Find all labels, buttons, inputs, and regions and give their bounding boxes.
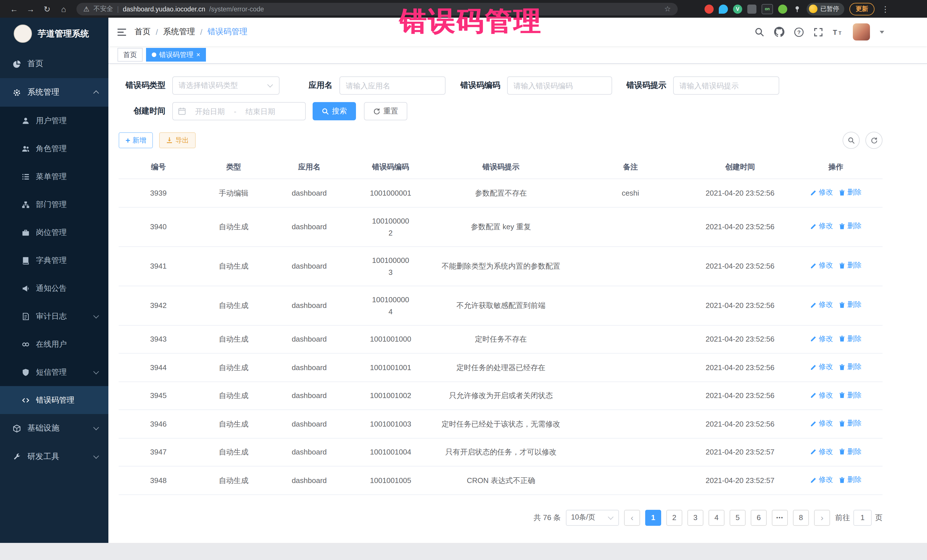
page-button-2[interactable]: 2 <box>666 510 682 525</box>
font-size-icon[interactable]: TT <box>833 27 843 37</box>
github-icon[interactable] <box>774 27 784 37</box>
delete-button[interactable]: 删除 <box>839 187 862 199</box>
edit-button[interactable]: 修改 <box>810 446 833 458</box>
sidebar-item-user-management[interactable]: 用户管理 <box>0 107 108 135</box>
error-code-input[interactable] <box>507 76 612 95</box>
sidebar-item-post-management[interactable]: 岗位管理 <box>0 219 108 246</box>
edit-button[interactable]: 修改 <box>810 389 833 401</box>
error-hint-input[interactable] <box>673 76 779 95</box>
delete-button[interactable]: 删除 <box>839 417 862 429</box>
page-button-1[interactable]: 1 <box>645 510 661 525</box>
home-icon[interactable]: ⌂ <box>56 2 71 16</box>
reset-button[interactable]: 重置 <box>364 102 407 120</box>
back-icon[interactable]: ← <box>7 2 21 16</box>
refresh-table-button[interactable] <box>865 132 883 149</box>
edit-button[interactable]: 修改 <box>810 299 833 311</box>
sidebar-item-error-code-management[interactable]: 错误码管理 <box>0 386 108 414</box>
vue-devtools-icon[interactable]: V <box>733 4 742 14</box>
edit-button[interactable]: 修改 <box>810 187 833 199</box>
forward-icon[interactable]: → <box>23 2 38 16</box>
url-host[interactable]: dashboard.yudao.iocoder.cn <box>123 5 205 12</box>
sidebar-item-online-users[interactable]: 在线用户 <box>0 330 108 358</box>
delete-button[interactable]: 删除 <box>839 474 862 486</box>
search-icon[interactable] <box>755 27 764 37</box>
edit-button[interactable]: 修改 <box>810 474 833 486</box>
edit-button[interactable]: 修改 <box>810 260 833 272</box>
green-circle-extension-icon[interactable] <box>778 4 787 14</box>
tab-error-code-management[interactable]: 错误码管理 × <box>146 48 206 62</box>
kebab-menu-icon[interactable]: ⋮ <box>881 4 889 14</box>
error-code-type-select[interactable]: 请选择错误码类型 <box>172 76 280 95</box>
security-label[interactable]: 不安全 <box>94 5 113 13</box>
sidebar-item-dictionary-management[interactable]: 字典管理 <box>0 246 108 274</box>
export-button[interactable]: 导出 <box>159 132 196 148</box>
url-path[interactable]: /system/error-code <box>209 5 264 12</box>
reload-icon[interactable]: ↻ <box>40 2 54 16</box>
main-area: 首页 / 系统管理 / 错误码管理 ? <box>108 18 927 543</box>
table-header-row: 编号 类型 应用名 错误码编码 错误码提示 备注 创建时间 操作 <box>119 156 883 179</box>
filter-form-row-1: 错误码类型 请选择错误码类型 应用名 错误码编码 错误码提示 <box>119 76 883 95</box>
pin-icon[interactable] <box>792 4 801 14</box>
address-bar[interactable]: ⚠ 不安全 | dashboard.yudao.iocoder.cn /syst… <box>76 3 678 15</box>
edit-button[interactable]: 修改 <box>810 361 833 373</box>
sidebar-item-dev-tools[interactable]: 研发工具 <box>0 443 108 471</box>
sidebar-item-system-management[interactable]: 系统管理 <box>0 78 108 107</box>
help-icon[interactable]: ? <box>794 27 804 37</box>
next-page-button[interactable]: › <box>814 510 830 525</box>
sidebar-item-menu-management[interactable]: 菜单管理 <box>0 162 108 190</box>
start-date-input[interactable] <box>188 107 232 115</box>
more-pages-button[interactable]: ••• <box>772 510 788 525</box>
avatar[interactable] <box>853 23 870 41</box>
edit-button[interactable]: 修改 <box>810 333 833 345</box>
page-button-3[interactable]: 3 <box>687 510 704 525</box>
table-row: 3942自动生成dashboard100100000 4不允许获取敏感配置到前端… <box>119 286 883 325</box>
delete-button[interactable]: 删除 <box>839 220 862 232</box>
sidebar-item-audit-log[interactable]: 审计日志 <box>0 302 108 330</box>
page-button-6[interactable]: 6 <box>751 510 767 525</box>
breadcrumb-home[interactable]: 首页 <box>135 27 150 37</box>
toggle-search-button[interactable] <box>843 132 860 149</box>
delete-button[interactable]: 删除 <box>839 446 862 458</box>
add-button[interactable]: + 新增 <box>119 132 153 148</box>
sidebar-item-label: 短信管理 <box>36 367 67 377</box>
drop-extension-icon[interactable] <box>719 4 728 14</box>
delete-button[interactable]: 删除 <box>839 260 862 272</box>
goto-page-input[interactable] <box>853 510 872 525</box>
page-size-select[interactable]: 10条/页 <box>566 510 619 525</box>
delete-button[interactable]: 删除 <box>839 389 862 401</box>
update-button[interactable]: 更新 <box>849 3 874 15</box>
create-time-range-picker[interactable]: - <box>172 102 306 120</box>
end-date-input[interactable] <box>239 107 282 115</box>
on-badge-icon[interactable]: on <box>761 4 773 14</box>
tab-home[interactable]: 首页 <box>117 48 143 62</box>
page-button-4[interactable]: 4 <box>708 510 725 525</box>
page-button-5[interactable]: 5 <box>729 510 746 525</box>
delete-button[interactable]: 删除 <box>839 361 862 373</box>
prev-page-button[interactable]: ‹ <box>624 510 640 525</box>
edit-icon <box>810 477 817 483</box>
edit-button[interactable]: 修改 <box>810 417 833 429</box>
grid-extension-icon[interactable] <box>747 4 757 14</box>
bookmark-star-icon[interactable]: ☆ <box>664 5 671 13</box>
sidebar-item-department-management[interactable]: 部门管理 <box>0 190 108 219</box>
hamburger-icon[interactable] <box>117 27 127 37</box>
caret-down-icon[interactable] <box>880 30 884 33</box>
sidebar-item-notice-announcement[interactable]: 通知公告 <box>0 274 108 302</box>
sidebar-item-home[interactable]: 首页 <box>0 50 108 78</box>
red-circle-extension-icon[interactable] <box>705 4 714 14</box>
search-button[interactable]: 搜索 <box>313 102 356 120</box>
sidebar-logo[interactable]: 芋道管理系统 <box>0 18 108 50</box>
delete-button[interactable]: 删除 <box>839 333 862 345</box>
app-name-input[interactable] <box>339 76 445 95</box>
sidebar-item-sms-management[interactable]: 短信管理 <box>0 358 108 386</box>
page-button-8[interactable]: 8 <box>793 510 809 525</box>
delete-button[interactable]: 删除 <box>839 299 862 311</box>
fullscreen-icon[interactable] <box>813 27 823 37</box>
sidebar-item-role-management[interactable]: 角色管理 <box>0 135 108 162</box>
breadcrumb-system[interactable]: 系统管理 <box>163 27 195 37</box>
edit-button[interactable]: 修改 <box>810 220 833 232</box>
close-icon[interactable]: × <box>196 51 200 58</box>
search-button-label: 搜索 <box>332 106 347 116</box>
sidebar-item-infrastructure[interactable]: 基础设施 <box>0 414 108 443</box>
profile-paused-badge[interactable]: 已暂停 <box>807 3 844 15</box>
